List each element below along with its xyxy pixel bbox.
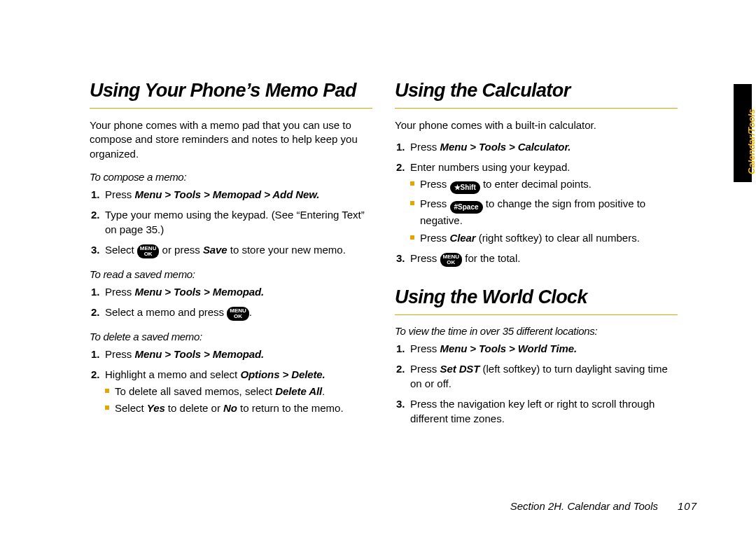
heading-world-clock: Using the World Clock	[395, 286, 678, 315]
subhead-read: To read a saved memo:	[90, 268, 372, 280]
sub-item: Press Clear (right softkey) to clear all…	[410, 231, 678, 245]
steps-worldclock: Press Menu > Tools > World Time. Press S…	[395, 341, 678, 426]
sub-list: Press ★Shift to enter decimal points. Pr…	[410, 177, 678, 245]
subhead-delete: To delete a saved memo:	[90, 331, 372, 342]
hash-space-key-icon: #Space	[450, 201, 483, 214]
step: Press Menu > Tools > Memopad.	[91, 284, 372, 299]
step: Enter numbers using your keypad. Press ★…	[396, 160, 678, 245]
step: Press Menu > Tools > Calculator.	[396, 139, 678, 154]
side-tab-label: Calendar/Tools	[746, 109, 756, 174]
calc-intro: Your phone comes with a built-in calcula…	[395, 118, 678, 132]
steps-compose: Press Menu > Tools > Memopad > Add New. …	[90, 187, 372, 258]
step: Press Menu > Tools > World Time.	[396, 341, 678, 356]
step: Press Set DST (left softkey) to turn day…	[396, 361, 678, 391]
step: Select a memo and press MENUOK.	[91, 305, 372, 321]
step: Select MENUOK or press Save to store you…	[91, 242, 372, 258]
menu-ok-key-icon: MENUOK	[137, 244, 160, 258]
star-shift-key-icon: ★Shift	[450, 181, 480, 194]
step: Press Menu > Tools > Memopad.	[91, 347, 372, 361]
menu-ok-key-icon: MENUOK	[227, 307, 249, 321]
step: Type your memo using the keypad. (See “E…	[91, 207, 372, 237]
right-column: Using the Calculator Your phone comes wi…	[395, 80, 678, 431]
steps-delete: Press Menu > Tools > Memopad. Highlight …	[90, 347, 372, 416]
heading-memo-pad: Using Your Phone’s Memo Pad	[90, 80, 372, 109]
page-content: Using Your Phone’s Memo Pad Your phone c…	[90, 80, 678, 431]
sub-item: To delete all saved memos, select Delete…	[105, 385, 372, 399]
steps-read: Press Menu > Tools > Memopad. Select a m…	[90, 284, 372, 321]
footer-page-number: 107	[678, 500, 697, 512]
step: Press MENUOK for the total.	[396, 251, 678, 267]
menu-ok-key-icon: MENUOK	[440, 253, 463, 267]
side-tab: Calendar/Tools	[734, 84, 752, 182]
step: Highlight a memo and select Options > De…	[91, 367, 372, 416]
sub-item: Press #Space to change the sign from pos…	[410, 197, 678, 228]
left-column: Using Your Phone’s Memo Pad Your phone c…	[90, 80, 372, 431]
sub-item: Select Yes to delete or No to return to …	[105, 401, 372, 415]
step: Press the navigation key left or right t…	[396, 396, 678, 426]
heading-calculator: Using the Calculator	[395, 80, 678, 109]
page-footer: Section 2H. Calendar and Tools107	[510, 500, 697, 512]
footer-section: Section 2H. Calendar and Tools	[510, 500, 658, 512]
sub-item: Press ★Shift to enter decimal points.	[410, 177, 678, 194]
subhead-compose: To compose a memo:	[90, 171, 372, 183]
sub-list: To delete all saved memos, select Delete…	[105, 385, 372, 416]
steps-calc: Press Menu > Tools > Calculator. Enter n…	[395, 139, 678, 267]
step: Press Menu > Tools > Memopad > Add New.	[91, 187, 372, 202]
memo-intro: Your phone comes with a memo pad that yo…	[90, 118, 372, 161]
subhead-worldclock: To view the time in over 35 different lo…	[395, 325, 678, 337]
